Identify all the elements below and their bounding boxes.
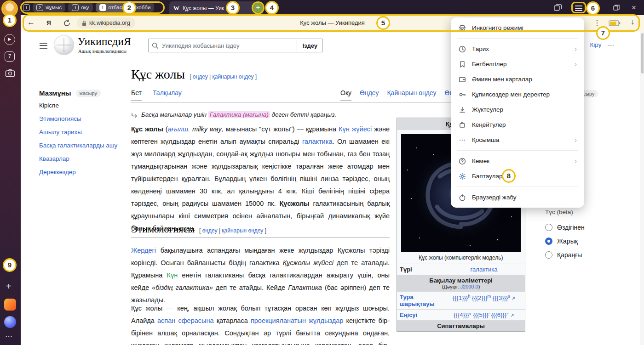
inline-link[interactable]: Күн жүйесі (339, 125, 372, 133)
wikipedia-wordmark[interactable]: УикипедиЯ (78, 36, 131, 48)
help-icon (458, 157, 466, 165)
toc-item-discovery[interactable]: Ашылу тарихы (39, 128, 118, 137)
lock-icon (82, 20, 86, 26)
assistant-app-icon[interactable] (4, 316, 16, 328)
menu-item-incognito[interactable]: Инкогнито режимі (451, 20, 584, 35)
active-tab[interactable]: W Құс жолы — Уик × (169, 1, 263, 15)
tab-read[interactable]: Оқу (340, 89, 351, 101)
radio-selected-icon[interactable] (545, 238, 552, 245)
menu-item-settings[interactable]: Баптаулар (451, 169, 584, 184)
incognito-icon (458, 24, 466, 32)
toc-item-intro[interactable]: Кіріспе (39, 101, 118, 110)
menu-item-downloads[interactable]: Жүктеулер (451, 102, 584, 117)
search-icon (152, 42, 159, 49)
toc-item-quasars[interactable]: Квазарлар (39, 154, 118, 164)
inline-link[interactable]: Күн (167, 271, 178, 279)
chevron-right-icon: › (575, 158, 577, 165)
menu-item-bookmarks[interactable]: Бетбелгілер › (451, 57, 584, 72)
callout-3: 3 (226, 1, 240, 15)
tab-edit-source[interactable]: Қайнарын өңдеу (387, 89, 436, 101)
wiki-menu-icon[interactable] (40, 41, 47, 50)
infobox-type-label: Түрі (397, 264, 443, 275)
new-tab-button[interactable]: + (253, 3, 263, 13)
screenshot-camera-icon[interactable] (5, 69, 15, 77)
wikipedia-favicon: W (173, 5, 179, 12)
wiki-search-box[interactable]: Іздеу (148, 39, 323, 52)
menu-item-passwords[interactable]: Құпиясөздер мен деректер (451, 87, 584, 102)
infobox-caption: Құс жолы (компьютерлік модель) (397, 254, 525, 264)
scrollbar-thumb[interactable] (641, 33, 644, 74)
radio-icon[interactable] (545, 224, 552, 231)
url-chip[interactable]: kk.wikipedia.org (77, 17, 135, 28)
menu-item-close-browser[interactable]: Браузерді жабу (451, 190, 584, 205)
gear-icon (458, 172, 466, 181)
color-option-light[interactable]: Жарық (545, 238, 578, 245)
download-icon[interactable]: ↓ (631, 18, 634, 26)
inline-link[interactable]: Жердегі (131, 247, 156, 254)
tab-talk[interactable]: Талқылау (153, 89, 182, 101)
menu-item-help[interactable]: Көмек › (451, 153, 584, 169)
infobox-observation-header: Бақылау мәліметтері (Дәуірі: J2000.0) (397, 275, 525, 291)
inline-link[interactable]: қайнарын өңдеу (222, 227, 263, 234)
toc-item-references[interactable]: Дереккөздер (39, 168, 118, 177)
menu-item-extensions[interactable]: Кеңейтулер (451, 117, 584, 132)
tab-edit[interactable]: Өңдеу (360, 89, 379, 101)
inline-link[interactable]: аспан сферасына (157, 317, 214, 324)
inline-link[interactable]: J2000.0 (460, 284, 478, 289)
history-icon (458, 45, 466, 53)
tab-counter-badge[interactable]: 7 (5, 51, 15, 62)
tab-group-pinned-count[interactable]: 1 (23, 4, 30, 11)
sidebar-add-button[interactable]: + (6, 281, 12, 292)
radio-icon[interactable] (545, 251, 552, 259)
menu-separator (457, 38, 578, 39)
section-heading: Этимологиясы (131, 223, 195, 235)
search-button[interactable]: Іздеу (297, 39, 322, 52)
back-icon[interactable]: ← (27, 18, 35, 27)
browser-menu: Инкогнито режимі Тарих › Бетбелгілер › Ә… (451, 17, 584, 208)
header-more-icon[interactable]: ⋯ (608, 41, 614, 49)
toc-item-etymology[interactable]: Этимологиясы (39, 114, 118, 124)
tab-panels-icon[interactable] (554, 4, 562, 11)
inline-link[interactable]: Галактика (мағына) (208, 111, 270, 118)
toc-hide-button[interactable]: жасыру (76, 90, 101, 97)
browser-menu-button[interactable] (575, 4, 582, 12)
address-more-icon[interactable]: ⋮ (593, 18, 601, 27)
infobox-ra-value[interactable]: {{{1}}}h {{{2}}}m {{{3}}}s ↗ (443, 292, 525, 309)
menu-item-more[interactable]: Қосымша › (451, 132, 584, 147)
battery-icon[interactable] (609, 20, 621, 26)
table-of-contents: Мазмұны жасыру Кіріспе Этимологиясы Ашыл… (39, 89, 126, 177)
infobox-ra-label[interactable]: Тура шарықтауы (397, 292, 443, 309)
inline-link[interactable]: проекцияланатын жұлдыздар (251, 317, 343, 324)
search-input[interactable] (162, 42, 297, 49)
infobox-dec-label[interactable]: Еңісуі (397, 310, 443, 320)
login-link[interactable]: Кіру (590, 41, 602, 49)
toc-item-other-galaxies[interactable]: Басқа галактикаларды ашу (39, 141, 118, 150)
color-option-auto[interactable]: Өздігінен (545, 224, 585, 231)
tab-article[interactable]: Бет (131, 89, 142, 101)
article-paragraph-1: Құс жолы (ағылш. milky way, мағынасы "сү… (131, 123, 390, 235)
yandex-search-icon[interactable]: Я (46, 19, 51, 27)
infobox-dec-value[interactable]: {{{4}}}° {{{5}}}′ {{{6}}}″ ↗ (443, 310, 525, 320)
menu-item-wallet[interactable]: Әмиян мен карталар (451, 72, 584, 87)
wikipedia-logo[interactable] (54, 35, 74, 55)
sidebar-more-icon[interactable]: ⋯ (5, 332, 12, 340)
infobox-characteristics-header: Сипаттамалары (397, 320, 525, 331)
restore-window-icon[interactable] (613, 5, 620, 11)
music-app-icon[interactable] (4, 299, 16, 311)
inline-link[interactable]: қайнарын өңдеу (212, 74, 253, 80)
menu-item-history[interactable]: Тарих › (451, 41, 584, 57)
inline-link[interactable]: ағылш. (168, 125, 190, 133)
browser-sidebar: ▶ 7 + ⋯ (0, 0, 21, 345)
inline-link[interactable]: өңдеу (193, 74, 208, 80)
color-option-dark[interactable]: Қараңғы (545, 251, 582, 259)
close-window-icon[interactable]: × (632, 0, 636, 15)
reload-icon[interactable] (63, 19, 71, 27)
scrollbar[interactable] (640, 31, 644, 345)
callout-6: 6 (586, 1, 600, 15)
infobox-type-value[interactable]: галактика (443, 264, 525, 275)
inline-link[interactable]: өңдеу (202, 227, 218, 234)
tab-group-work[interactable]: 2 жұмыс (33, 2, 65, 12)
inline-link[interactable]: галактика (302, 138, 333, 145)
video-player-icon[interactable]: ▶ (4, 34, 15, 45)
tab-group-study[interactable]: 1 оқу (68, 2, 92, 12)
